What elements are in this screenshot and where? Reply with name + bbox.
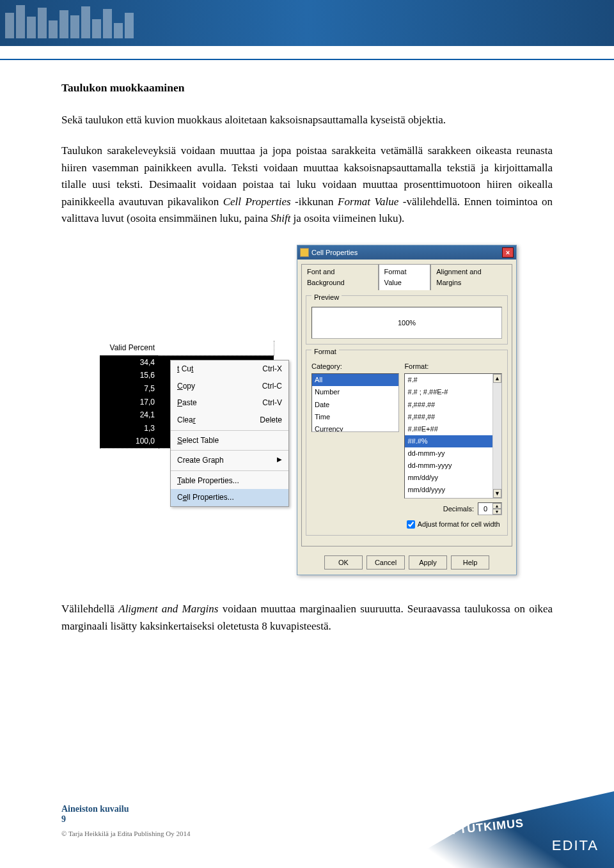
shortcut-paste: Ctrl-V	[262, 397, 282, 409]
dialog-button-row: OK Cancel Apply Help	[297, 550, 516, 575]
dialog-body: Preview 100% Format Category: All Number	[301, 290, 512, 546]
category-option-time[interactable]: Time	[312, 411, 398, 423]
adjust-format-label: Adjust format for cell width	[418, 519, 500, 530]
tab-font-background[interactable]: Font and Background	[301, 264, 379, 290]
format-option[interactable]: #,###.##	[405, 399, 501, 411]
page-header-strip	[0, 0, 614, 46]
category-option-date[interactable]: Date	[312, 399, 398, 411]
create-graph-label: Create Graph	[177, 454, 224, 467]
footer-title: Aineiston kuvailu	[61, 804, 190, 814]
adjust-format-checkbox[interactable]	[407, 520, 415, 529]
adjust-row: Adjust format for cell width	[404, 519, 502, 530]
header-divider	[0, 59, 614, 60]
help-button[interactable]: Help	[451, 555, 489, 570]
format-option[interactable]: #.# ; #.##E-#	[405, 386, 501, 398]
context-menu: t CutCtrl-X CopyCtrl-C PasteCtrl-V Clear…	[170, 360, 289, 507]
context-menu-separator	[171, 470, 288, 471]
format-option[interactable]: mm/dd/yy	[405, 472, 501, 484]
paragraph-3: Välilehdellä Aligment and Margins voidaa…	[61, 601, 553, 635]
decimals-input[interactable]	[478, 503, 492, 515]
p3-text-a: Välilehdellä	[61, 603, 118, 615]
category-listbox[interactable]: All Number Date Time Currency	[311, 373, 399, 432]
format-option[interactable]: #.#	[405, 374, 501, 386]
figure-row: Valid Percent 34,4 15,6 7,5 17,0 24,1 1,…	[100, 245, 553, 575]
context-menu-clear[interactable]: ClearDelete	[171, 412, 288, 429]
p2-text-d: ja osoita viimeinen luku).	[294, 212, 405, 224]
spin-down-icon[interactable]: ▼	[492, 509, 501, 515]
format-label: Format:	[404, 361, 502, 372]
paragraph-1: Sekä taulukon että kuvion muokkaus aloit…	[61, 112, 553, 128]
format-option[interactable]: mm/dd/yyyy	[405, 484, 501, 496]
context-menu-select-table[interactable]: Select Table	[171, 432, 288, 449]
apply-button[interactable]: Apply	[409, 555, 447, 570]
close-icon[interactable]: ×	[502, 247, 514, 258]
decimals-row: Decimals: ▲▼	[404, 502, 502, 515]
footer-copyright: © Tarja Heikkilä ja Edita Publishing Oy …	[61, 830, 190, 837]
preview-fieldset: Preview 100%	[306, 295, 508, 345]
footer-publisher-logo: EDITA	[552, 837, 599, 854]
format-option[interactable]: dd-mmm-yyyy	[405, 460, 501, 472]
category-option-number[interactable]: Number	[312, 386, 398, 398]
category-option-all[interactable]: All	[312, 374, 398, 386]
column-header-valid-percent: Valid Percent	[100, 341, 159, 355]
scroll-up-icon[interactable]: ▲	[493, 374, 501, 383]
dialog-titlebar[interactable]: Cell Properties ×	[297, 245, 516, 260]
footer-page-number: 9	[61, 814, 190, 825]
category-option-currency[interactable]: Currency	[312, 423, 398, 433]
table-cell[interactable]: 15,6	[100, 369, 159, 382]
decimals-label: Decimals:	[443, 504, 474, 515]
context-menu-separator	[171, 430, 288, 431]
scrollbar[interactable]: ▲ ▼	[492, 374, 501, 498]
section-heading: Taulukon muokkaaminen	[61, 79, 553, 97]
p2-italic-shift: Shift	[271, 212, 290, 224]
document-body: Taulukon muokkaaminen Sekä taulukon että…	[0, 46, 614, 635]
preview-legend: Preview	[311, 292, 342, 303]
category-label: Category:	[311, 361, 399, 372]
table-cell[interactable]: 7,5	[100, 382, 159, 396]
format-listbox[interactable]: #.# #.# ; #.##E-# #,###.## #,###,## #.##…	[404, 373, 502, 499]
table-cell[interactable]: 1,3	[100, 422, 159, 435]
table-cell[interactable]: 34,4	[100, 355, 159, 369]
decimals-spinner[interactable]: ▲▼	[478, 502, 502, 515]
shortcut-copy: Ctrl-C	[262, 380, 282, 392]
tab-alignment-margins[interactable]: Alignment and Margins	[430, 264, 512, 290]
shortcut-clear: Delete	[260, 414, 282, 426]
dialog-title: Cell Properties	[311, 247, 358, 258]
footer-banner: TILASTOLLINEN TUTKIMUS EDITA	[339, 791, 614, 868]
format-option[interactable]: #,###,##	[405, 411, 501, 423]
format-option-selected[interactable]: ##.#%	[405, 435, 501, 447]
format-option[interactable]: #.##E+##	[405, 423, 501, 435]
p2-italic-format-value: Format Value	[338, 196, 398, 208]
p2-text-b: -ikkunan	[295, 196, 338, 208]
format-option[interactable]: dd.mm.yy	[405, 496, 501, 499]
context-menu-copy[interactable]: CopyCtrl-C	[171, 378, 288, 395]
p3-italic-alignment-margins: Aligment and Margins	[118, 603, 218, 615]
format-option[interactable]: dd-mmm-yy	[405, 447, 501, 460]
dialog-icon	[300, 248, 309, 257]
shortcut-cut: Ctrl-X	[262, 363, 282, 375]
page-footer: Aineiston kuvailu 9 © Tarja Heikkilä ja …	[61, 804, 190, 837]
context-menu-cut[interactable]: t CutCtrl-X	[171, 360, 288, 378]
spin-up-icon[interactable]: ▲	[492, 503, 501, 509]
ok-button[interactable]: OK	[324, 555, 363, 570]
tab-format-value[interactable]: Format Value	[379, 264, 431, 290]
p2-italic-cell-properties: Cell Properties	[223, 196, 291, 208]
dialog-tabs: Font and Background Format Value Alignme…	[301, 263, 512, 290]
paragraph-2: Taulukon sarakeleveyksiä voidaan muuttaa…	[61, 143, 553, 227]
spss-table-excerpt: Valid Percent 34,4 15,6 7,5 17,0 24,1 1,…	[100, 341, 285, 460]
context-menu-table-properties[interactable]: Table Properties...	[171, 472, 288, 490]
cancel-button[interactable]: Cancel	[366, 555, 405, 570]
format-legend: Format	[311, 346, 339, 357]
table-cell[interactable]: 17,0	[100, 396, 159, 409]
preview-value: 100%	[398, 318, 416, 329]
table-cell[interactable]: 24,1	[100, 408, 159, 422]
context-menu-cell-properties[interactable]: Cell Properties...	[171, 489, 288, 506]
header-bar-graphic	[0, 0, 614, 38]
context-menu-paste[interactable]: PasteCtrl-V	[171, 394, 288, 412]
format-fieldset: Format Category: All Number Date Time Cu…	[306, 350, 508, 536]
submenu-arrow-icon: ▶	[277, 454, 282, 467]
table-cell[interactable]: 100,0	[100, 435, 159, 448]
context-menu-create-graph[interactable]: Create Graph▶	[171, 452, 288, 469]
cell-properties-dialog: Cell Properties × Font and Background Fo…	[297, 245, 517, 575]
scroll-down-icon[interactable]: ▼	[493, 489, 501, 498]
